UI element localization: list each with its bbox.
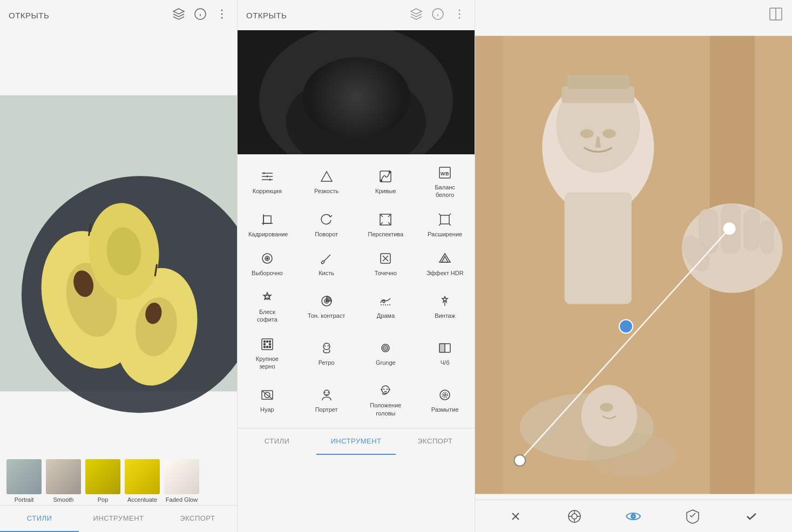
tool-blur[interactable]: Размытие bbox=[415, 377, 475, 424]
tool-grain[interactable]: Крупное зерно bbox=[238, 330, 297, 377]
blur-label: Размытие bbox=[431, 406, 459, 413]
panel-left: ОТКРЫТЬ bbox=[0, 0, 238, 532]
rotate-icon bbox=[320, 212, 334, 227]
tool-hdr[interactable]: Эффект HDR bbox=[415, 244, 475, 283]
middle-more-icon[interactable] bbox=[453, 8, 466, 23]
left-open-button[interactable]: ОТКРЫТЬ bbox=[9, 11, 49, 20]
svg-point-22 bbox=[459, 13, 461, 15]
left-header: ОТКРЫТЬ bbox=[0, 0, 237, 30]
tool-sharpness[interactable]: Резкость bbox=[297, 159, 356, 206]
middle-layers-icon[interactable] bbox=[410, 8, 423, 23]
spot-label: Точечно bbox=[375, 269, 397, 277]
svg-point-90 bbox=[382, 386, 389, 393]
svg-point-117 bbox=[581, 385, 638, 447]
svg-point-132 bbox=[632, 515, 634, 517]
tool-grunge[interactable]: Grunge bbox=[356, 330, 416, 377]
bw-label: Ч/б bbox=[441, 359, 450, 366]
selective-icon bbox=[260, 251, 274, 266]
svg-point-68 bbox=[383, 301, 385, 303]
tool-brush[interactable]: Кисть bbox=[297, 244, 356, 283]
tool-correction[interactable]: Коррекция bbox=[238, 159, 297, 206]
middle-tab-tool[interactable]: ИНСТРУМЕНТ bbox=[316, 428, 395, 455]
style-portrait-thumb bbox=[6, 459, 42, 494]
left-tab-tool[interactable]: ИНСТРУМЕНТ bbox=[79, 506, 158, 532]
vintage-icon bbox=[438, 294, 452, 309]
hdr-label: Эффект HDR bbox=[427, 269, 464, 277]
tool-portrait2[interactable]: Портрет bbox=[297, 377, 356, 424]
style-portrait-label: Portrait bbox=[15, 496, 33, 503]
middle-tab-export[interactable]: ЭКСПОРТ bbox=[396, 428, 475, 455]
confirm-button[interactable] bbox=[740, 504, 763, 528]
svg-point-67 bbox=[326, 301, 327, 302]
left-image bbox=[0, 30, 237, 456]
style-smooth-label: Smooth bbox=[53, 496, 74, 503]
style-faded-glow-thumb bbox=[164, 459, 199, 494]
tool-tone[interactable]: Тон. контраст bbox=[297, 283, 356, 330]
tool-retro[interactable]: Ретро bbox=[297, 330, 356, 377]
tool-curves[interactable]: Кривые bbox=[356, 159, 416, 206]
style-accentuate[interactable]: Accentuate bbox=[125, 459, 160, 503]
drama-label: Драма bbox=[377, 312, 395, 319]
grain-label: Крупное зерно bbox=[248, 355, 286, 371]
blur-icon bbox=[438, 387, 452, 403]
left-tab-export[interactable]: ЭКСПОРТ bbox=[158, 506, 237, 532]
brush-label: Кисть bbox=[319, 269, 334, 277]
noir-icon bbox=[260, 387, 274, 403]
tool-selective[interactable]: Выборочно bbox=[238, 244, 297, 283]
svg-line-50 bbox=[439, 214, 441, 215]
mask-button[interactable] bbox=[681, 504, 705, 528]
tool-perspective[interactable]: Перспектива bbox=[356, 206, 416, 244]
cancel-button[interactable] bbox=[504, 504, 527, 528]
grunge-icon bbox=[378, 340, 392, 356]
info-icon[interactable] bbox=[194, 8, 207, 23]
layers-icon[interactable] bbox=[172, 8, 185, 23]
brush-icon bbox=[320, 251, 334, 266]
tool-wb[interactable]: W B Баланс белого bbox=[415, 159, 475, 206]
tool-vintage[interactable]: Винтаж bbox=[415, 283, 475, 330]
svg-text:B: B bbox=[445, 171, 449, 176]
headpose-label: Положение головы bbox=[367, 401, 404, 417]
tool-expand[interactable]: Расширение bbox=[415, 206, 475, 244]
svg-point-73 bbox=[266, 340, 268, 342]
svg-point-75 bbox=[263, 343, 265, 345]
perspective-icon bbox=[378, 212, 392, 227]
svg-line-57 bbox=[324, 255, 330, 261]
svg-marker-69 bbox=[442, 296, 448, 302]
svg-point-126 bbox=[572, 514, 577, 519]
tool-crop[interactable]: Кадрирование bbox=[238, 206, 297, 244]
middle-info-icon[interactable] bbox=[431, 8, 444, 23]
style-smooth[interactable]: Smooth bbox=[46, 459, 81, 503]
wb-label: Баланс белого bbox=[426, 183, 464, 199]
split-view-icon[interactable] bbox=[768, 6, 783, 24]
styles-row: Portrait Smooth Pop Accentuate Faded Glo… bbox=[0, 456, 237, 505]
style-pop[interactable]: Pop bbox=[85, 459, 120, 503]
color-wheel-button[interactable] bbox=[563, 504, 586, 528]
tool-drama[interactable]: Драма bbox=[356, 283, 416, 330]
svg-point-25 bbox=[259, 30, 453, 154]
right-image-area bbox=[475, 30, 792, 500]
tool-rotate[interactable]: Поворот bbox=[297, 206, 356, 244]
style-portrait[interactable]: Portrait bbox=[6, 459, 42, 503]
svg-point-118 bbox=[600, 403, 613, 412]
svg-point-27 bbox=[302, 63, 389, 127]
svg-point-122 bbox=[514, 455, 525, 466]
style-faded-glow[interactable]: Faded Glow bbox=[164, 459, 199, 503]
tools-grid: Коррекция Резкость Кривые bbox=[238, 154, 475, 428]
middle-tab-styles[interactable]: СТИЛИ bbox=[238, 428, 316, 455]
expand-label: Расширение bbox=[428, 230, 462, 238]
rotate-label: Поворот bbox=[315, 230, 338, 238]
tool-headpose[interactable]: Положение головы bbox=[356, 377, 416, 424]
tool-bw[interactable]: Ч/б bbox=[415, 330, 475, 377]
crop-label: Кадрирование bbox=[248, 230, 286, 238]
curves-icon bbox=[378, 169, 392, 184]
glamour-label: Блеск софита bbox=[248, 308, 286, 324]
left-tab-styles[interactable]: СТИЛИ bbox=[0, 506, 79, 532]
eye-button[interactable] bbox=[621, 504, 645, 528]
tool-glamour[interactable]: Блеск софита bbox=[238, 283, 297, 330]
style-pop-thumb bbox=[85, 459, 120, 494]
headpose-icon bbox=[378, 383, 392, 398]
middle-open-button[interactable]: ОТКРЫТЬ bbox=[246, 11, 287, 20]
tool-spot[interactable]: Точечно bbox=[356, 244, 416, 283]
tool-noir[interactable]: Нуар bbox=[238, 377, 297, 424]
more-icon[interactable] bbox=[215, 8, 228, 23]
